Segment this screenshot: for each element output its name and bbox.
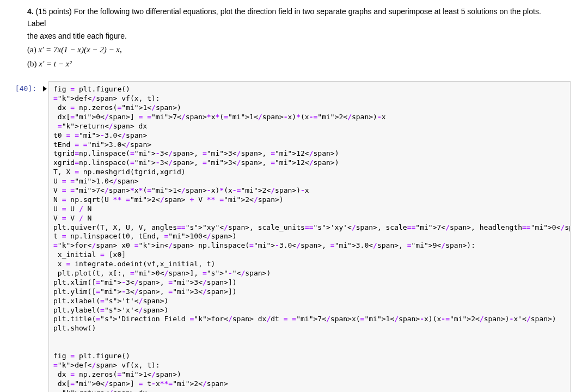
equation-b: (b) x′ = t − x² [27,57,549,70]
code-input-area[interactable]: fig = plt.figure() ="k">def</span> vf(x,… [48,81,571,392]
problem-body-1: For the following two differential equat… [27,7,541,28]
problem-points: (15 points) [36,7,72,16]
code-cell-row: [40]: fig = plt.figure() ="k">def</span>… [0,81,576,392]
part-b-equation: x′ = t − x² [39,59,72,68]
cell-prompt: [40]: [0,81,41,93]
part-b-label: (b) [27,59,37,68]
problem-number: 4. [27,7,34,16]
part-a-equation: x′ = 7x(1 − x)(x − 2) − x, [38,45,121,54]
part-a-label: (a) [27,45,36,54]
problem-statement: 4. (15 points) For the following two dif… [27,5,549,30]
problem-body-2: the axes and title each figure. [27,30,549,42]
problem-text: 4. (15 points) For the following two dif… [0,0,576,81]
play-icon [43,86,47,91]
equation-a: (a) x′ = 7x(1 − x)(x − 2) − x, [27,43,549,56]
run-cell-button[interactable] [41,81,48,91]
